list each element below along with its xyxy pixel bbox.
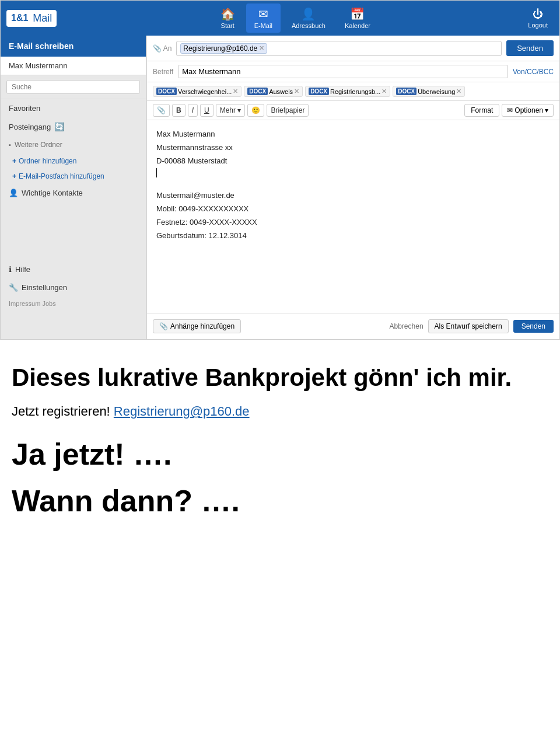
weitere-ordner-section: ▪ Weitere Ordner xyxy=(1,136,146,154)
sig-mobil: Mobil: 0049-XXXXXXXXXX xyxy=(156,203,550,215)
hilfe-button[interactable]: ℹ Hilfe xyxy=(1,260,146,278)
promo-cta: Ja jetzt! …. xyxy=(12,437,548,472)
docx-icon-3: DOCX xyxy=(309,88,329,95)
mehr-button[interactable]: Mehr ▾ xyxy=(216,104,246,117)
search-input[interactable] xyxy=(6,80,140,94)
attachment-4[interactable]: DOCX Überweisung ✕ xyxy=(393,86,465,97)
compose-to-row: 📎 An Registrierung@p160.de ✕ Senden xyxy=(147,36,559,61)
promo-register-link[interactable]: Registrierung@p160.de xyxy=(114,404,250,419)
remove-attachment-2[interactable]: ✕ xyxy=(294,88,299,95)
hilfe-label: Hilfe xyxy=(15,265,30,274)
bold-button[interactable]: B xyxy=(172,104,186,117)
add-attachment-button[interactable]: 📎 Anhänge hinzufügen xyxy=(153,319,241,333)
attachment-3[interactable]: DOCX Registrierungsb... ✕ xyxy=(305,86,390,97)
add-folder-label: Ordner hinzufügen xyxy=(19,157,76,165)
to-label: 📎 An xyxy=(153,44,172,53)
docx-icon-2: DOCX xyxy=(247,88,268,95)
sidebar-bottom: ℹ Hilfe 🔧 Einstellungen Impressum Jobs xyxy=(1,249,146,311)
top-navigation: 1&1 Mail 🏠 Start ✉ E-Mail 👤 Adressbuch 📅… xyxy=(1,1,559,36)
plus-icon: + xyxy=(12,157,16,165)
attachment-1[interactable]: DOCX Verschwiegenhei... ✕ xyxy=(153,86,242,97)
plus-icon2: + xyxy=(12,172,16,180)
docx-icon-4: DOCX xyxy=(396,88,416,95)
email-icon: ✉ xyxy=(258,7,268,21)
refresh-icon[interactable]: 🔄 xyxy=(54,122,64,131)
to-field[interactable]: Registrierung@p160.de ✕ xyxy=(176,41,502,56)
nav-start-label: Start xyxy=(221,22,235,29)
nav-kalender[interactable]: 📅 Kalender xyxy=(337,4,379,33)
body-line-1: Max Mustermann xyxy=(156,128,550,141)
promo-register-text: Jetzt registrieren! xyxy=(12,404,110,419)
compose-label: E-Mail schreiben xyxy=(9,41,74,51)
promo-question: Wann dann? …. xyxy=(12,483,548,518)
adressbuch-icon: 👤 xyxy=(301,7,316,21)
body-line-3: D-00088 Musterstadt xyxy=(156,155,550,168)
info-icon: ℹ xyxy=(9,265,12,274)
subject-label: Betreff xyxy=(153,68,173,76)
power-icon: ⏻ xyxy=(533,8,543,20)
logout-button[interactable]: ⏻ Logout xyxy=(522,5,554,32)
square-icon: ▪ xyxy=(9,141,11,148)
add-folder-button[interactable]: + Ordner hinzufügen xyxy=(1,154,146,169)
sig-festnetz: Festnetz: 0049-XXXX-XXXXX xyxy=(156,217,550,229)
add-mailbox-label: E-Mail-Postfach hinzufügen xyxy=(19,172,104,180)
nav-adressbuch[interactable]: 👤 Adressbuch xyxy=(284,4,334,33)
attachment-2[interactable]: DOCX Ausweis ✕ xyxy=(244,86,303,97)
envelope-icon: ✉ xyxy=(507,106,513,114)
sig-geburtsdatum: Geburtsdatum: 12.12.3014 xyxy=(156,230,550,242)
promo-register: Jetzt registrieren! Registrierung@p160.d… xyxy=(12,404,548,419)
wichtige-kontakte-label: Wichtige Kontakte xyxy=(22,189,83,197)
compose-body[interactable]: Max Mustermann Mustermannstrasse xx D-00… xyxy=(147,120,559,313)
favoriten-label: Favoriten xyxy=(9,104,40,113)
brand-logo: 1&1 Mail xyxy=(6,10,57,27)
italic-button[interactable]: I xyxy=(188,104,198,117)
remove-attachment-3[interactable]: ✕ xyxy=(382,88,387,95)
logo-app: Mail xyxy=(33,12,52,25)
recipient-email: Registrierung@p160.de xyxy=(183,44,257,53)
home-icon: 🏠 xyxy=(220,7,235,21)
subject-input[interactable] xyxy=(178,65,508,78)
format-button[interactable]: Format xyxy=(464,104,499,117)
emoji-button[interactable]: 🙂 xyxy=(247,104,264,117)
body-line-cursor xyxy=(156,168,159,177)
nav-email[interactable]: ✉ E-Mail xyxy=(246,4,281,33)
sidebar-user: Max Mustermann xyxy=(1,57,146,75)
einstellungen-button[interactable]: 🔧 Einstellungen xyxy=(1,278,146,297)
kalender-icon: 📅 xyxy=(350,7,365,21)
add-mailbox-button[interactable]: + E-Mail-Postfach hinzufügen xyxy=(1,169,146,184)
compose-footer: 📎 Anhänge hinzufügen Abbrechen Als Entwu… xyxy=(147,313,559,339)
posteingang-label: Posteingang xyxy=(9,123,51,131)
dropdown-icon: ▾ xyxy=(545,106,548,114)
sidebar-username: Max Mustermann xyxy=(9,61,67,70)
compose-button[interactable]: E-Mail schreiben xyxy=(1,36,146,57)
settings-icon: 🔧 xyxy=(9,283,18,292)
send-button-top[interactable]: Senden xyxy=(506,40,554,56)
main-layout: E-Mail schreiben Max Mustermann Favorite… xyxy=(1,36,559,339)
nav-email-label: E-Mail xyxy=(254,22,272,29)
remove-recipient-button[interactable]: ✕ xyxy=(259,44,264,52)
compose-signature: Mustermail@muster.de Mobil: 0049-XXXXXXX… xyxy=(156,190,550,242)
body-line-2: Mustermannstrasse xx xyxy=(156,142,550,154)
send-button-footer[interactable]: Senden xyxy=(513,320,554,333)
underline-button[interactable]: U xyxy=(200,104,214,117)
briefpapier-button[interactable]: Briefpapier xyxy=(267,104,309,117)
attachment-name-3: Registrierungsb... xyxy=(330,88,380,95)
options-button[interactable]: ✉ Optionen ▾ xyxy=(502,104,554,117)
sidebar-important-contacts: 👤 Wichtige Kontakte xyxy=(1,184,146,202)
recipient-badge: Registrierung@p160.de ✕ xyxy=(180,43,267,54)
remove-attachment-4[interactable]: ✕ xyxy=(456,88,461,95)
einstellungen-label: Einstellungen xyxy=(22,283,67,292)
sidebar-footnote: Impressum Jobs xyxy=(1,297,146,311)
entwurf-button[interactable]: Als Entwurf speichern xyxy=(428,319,509,333)
abbrechen-button[interactable]: Abbrechen xyxy=(390,322,424,330)
remove-attachment-1[interactable]: ✕ xyxy=(233,88,238,95)
sidebar-item-posteingang[interactable]: Posteingang 🔄 xyxy=(1,117,146,136)
logout-label: Logout xyxy=(528,22,548,29)
compose-toolbar: 📎 B I U Mehr ▾ 🙂 Briefpapier Format ✉ Op… xyxy=(147,101,559,120)
voncc-button[interactable]: Von/CC/BCC xyxy=(513,68,554,76)
footer-actions: Abbrechen Als Entwurf speichern Senden xyxy=(390,319,554,333)
sidebar-item-favoriten[interactable]: Favoriten xyxy=(1,99,146,117)
nav-start[interactable]: 🏠 Start xyxy=(212,4,243,33)
attachment-toolbar-button[interactable]: 📎 xyxy=(153,104,170,117)
sidebar: E-Mail schreiben Max Mustermann Favorite… xyxy=(1,36,146,339)
